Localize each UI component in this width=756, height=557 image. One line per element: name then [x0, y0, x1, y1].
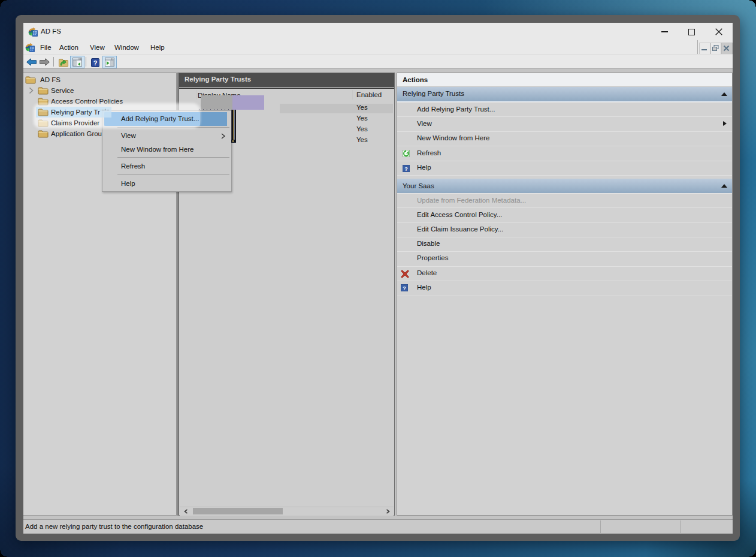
svg-text:?: ? [403, 285, 406, 291]
svg-text:?: ? [93, 59, 98, 67]
svg-text:?: ? [404, 166, 408, 172]
